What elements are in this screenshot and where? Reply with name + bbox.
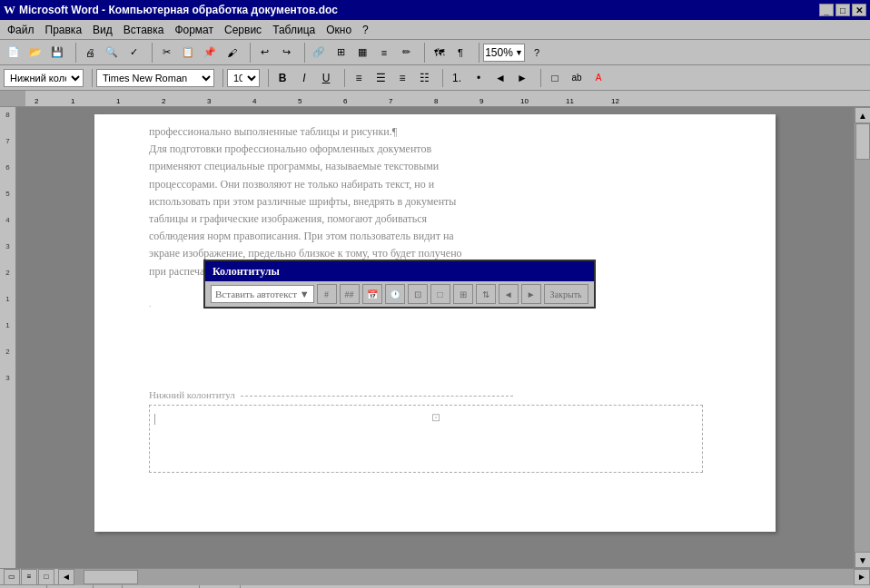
footer-section: Нижний колонтитул | ⊡ xyxy=(149,387,721,473)
footer-box[interactable]: | ⊡ xyxy=(149,405,703,473)
increase-indent-btn[interactable]: ► xyxy=(512,69,532,87)
footer-cursor: | xyxy=(153,409,156,427)
decrease-indent-btn[interactable]: ◄ xyxy=(490,69,510,87)
menu-tools[interactable]: Сервис xyxy=(219,22,267,38)
hf-btn-4[interactable]: 🕐 xyxy=(385,284,405,304)
menu-table[interactable]: Таблица xyxy=(267,22,321,38)
print-btn[interactable]: 🖨 xyxy=(80,43,100,63)
menu-view[interactable]: Вид xyxy=(87,22,118,38)
scroll-track[interactable] xyxy=(855,123,870,552)
page-body[interactable]: профессионально выполненные таблицы и ри… xyxy=(94,114,776,482)
sep1 xyxy=(71,43,76,63)
spell-btn[interactable]: ✓ xyxy=(124,43,143,63)
paste-btn[interactable]: 📌 xyxy=(200,43,220,63)
hf-btn-5[interactable]: ⊡ xyxy=(408,284,428,304)
font-color-btn[interactable]: A xyxy=(588,69,608,87)
footer-label: Нижний колонтитул xyxy=(149,387,721,403)
hf-btn-7[interactable]: ⊞ xyxy=(453,284,473,304)
hf-btn-8[interactable]: ◄ xyxy=(499,284,519,304)
map-btn[interactable]: 🗺 xyxy=(429,43,449,63)
justify-btn[interactable]: ☷ xyxy=(414,69,434,87)
paragraph-marker: · xyxy=(149,301,152,311)
zoom-dropdown-icon[interactable]: ▼ xyxy=(515,48,523,57)
cut-btn[interactable]: ✂ xyxy=(156,43,176,63)
font-select[interactable]: Times New Roman xyxy=(96,69,214,87)
horizontal-scrollbar: ▭ ≡ □ ◄ ► xyxy=(0,568,870,584)
footer-center-marker: ⊡ xyxy=(431,409,440,426)
hf-btn-6[interactable]: □ xyxy=(430,284,450,304)
app-icon: W xyxy=(4,3,15,17)
vertical-ruler: 8 7 6 5 4 3 2 1 1 2 3 xyxy=(0,107,16,568)
italic-btn[interactable]: I xyxy=(294,69,314,87)
switch-hf-icon: ⇅ xyxy=(482,288,489,301)
highlight-btn[interactable]: ab xyxy=(567,69,587,87)
format-page-icon: ⊡ xyxy=(414,288,421,301)
zoom-box[interactable]: 150% ▼ xyxy=(483,44,525,62)
align-left-btn[interactable]: ≡ xyxy=(349,69,369,87)
border-btn[interactable]: □ xyxy=(545,69,565,87)
minimize-btn[interactable]: _ xyxy=(819,4,834,16)
scroll-left-btn[interactable]: ◄ xyxy=(58,569,74,585)
hf-btn-9[interactable]: ► xyxy=(521,284,541,304)
horizontal-ruler: 2 1 1 2 3 4 5 6 7 8 9 10 11 12 xyxy=(0,91,870,107)
preview-btn[interactable]: 🔍 xyxy=(102,43,122,63)
fmt-sep4 xyxy=(340,69,345,87)
h-scroll-track[interactable] xyxy=(74,569,854,585)
format-toolbar: Нижний колонти Times New Roman 10 B I U … xyxy=(0,65,870,91)
menu-help[interactable]: ? xyxy=(357,22,374,38)
menu-file[interactable]: Файл xyxy=(2,22,40,38)
style-select[interactable]: Нижний колонти xyxy=(4,69,84,87)
bold-btn[interactable]: B xyxy=(272,69,292,87)
drawing-btn[interactable]: ✏ xyxy=(396,43,416,63)
fmt-sep1 xyxy=(87,69,93,87)
align-center-btn[interactable]: ☰ xyxy=(371,69,391,87)
insert-table-btn[interactable]: ▦ xyxy=(352,43,372,63)
bullets-btn[interactable]: • xyxy=(469,69,489,87)
columns-btn[interactable]: ≡ xyxy=(374,43,394,63)
close-hf-btn[interactable]: Закрыть xyxy=(544,284,588,304)
outline-view-btn[interactable]: ≡ xyxy=(21,569,37,585)
switch-hf-btn[interactable]: ⇅ xyxy=(476,284,496,304)
sep3 xyxy=(245,43,251,63)
hf-btn-1[interactable]: # xyxy=(317,284,337,304)
h-scroll-thumb[interactable] xyxy=(84,570,138,584)
date-icon: 📅 xyxy=(367,288,378,301)
close-btn[interactable]: ✕ xyxy=(852,4,866,16)
save-btn[interactable]: 💾 xyxy=(47,43,67,63)
hf-btn-2[interactable]: ## xyxy=(340,284,360,304)
scroll-up-btn[interactable]: ▲ xyxy=(855,107,870,123)
undo-btn[interactable]: ↩ xyxy=(254,43,274,63)
help-btn[interactable]: ? xyxy=(527,43,547,63)
scroll-thumb[interactable] xyxy=(855,123,870,160)
vertical-scrollbar: ▲ ▼ xyxy=(854,107,870,568)
underline-btn[interactable]: U xyxy=(316,69,336,87)
main-area: 8 7 6 5 4 3 2 1 1 2 3 профессионально вы… xyxy=(0,107,870,568)
numbering-btn[interactable]: 1. xyxy=(447,69,467,87)
copy-btn[interactable]: 📋 xyxy=(178,43,198,63)
link-prev-icon: ⊞ xyxy=(460,288,467,301)
show-hide-btn[interactable]: ¶ xyxy=(450,43,470,63)
size-select[interactable]: 10 xyxy=(227,69,260,87)
document-area: профессионально выполненные таблицы и ри… xyxy=(16,107,854,568)
insert-autotext-btn[interactable]: Вставить автотекст ▼ xyxy=(211,285,314,303)
restore-btn[interactable]: □ xyxy=(835,4,850,16)
table-btn[interactable]: ⊞ xyxy=(331,43,351,63)
scroll-down-btn[interactable]: ▼ xyxy=(855,552,870,568)
fmt-sep5 xyxy=(438,69,443,87)
menu-window[interactable]: Окно xyxy=(321,22,357,38)
menu-insert[interactable]: Вставка xyxy=(118,22,170,38)
hyperlink-btn[interactable]: 🔗 xyxy=(309,43,329,63)
align-right-btn[interactable]: ≡ xyxy=(392,69,412,87)
open-btn[interactable]: 📂 xyxy=(25,43,45,63)
window-title: Microsoft Word - Компьютерная обработка … xyxy=(19,4,338,16)
format-painter-btn[interactable]: 🖌 xyxy=(222,43,242,63)
hf-btn-3[interactable]: 📅 xyxy=(362,284,382,304)
page-view-btn[interactable]: □ xyxy=(38,569,54,585)
menu-format[interactable]: Формат xyxy=(169,22,219,38)
menu-edit[interactable]: Правка xyxy=(40,22,88,38)
normal-view-btn[interactable]: ▭ xyxy=(4,569,20,585)
new-btn[interactable]: 📄 xyxy=(4,43,24,63)
redo-btn[interactable]: ↪ xyxy=(276,43,296,63)
scroll-right-btn[interactable]: ► xyxy=(854,569,870,585)
view-buttons: ▭ ≡ □ xyxy=(0,569,58,585)
